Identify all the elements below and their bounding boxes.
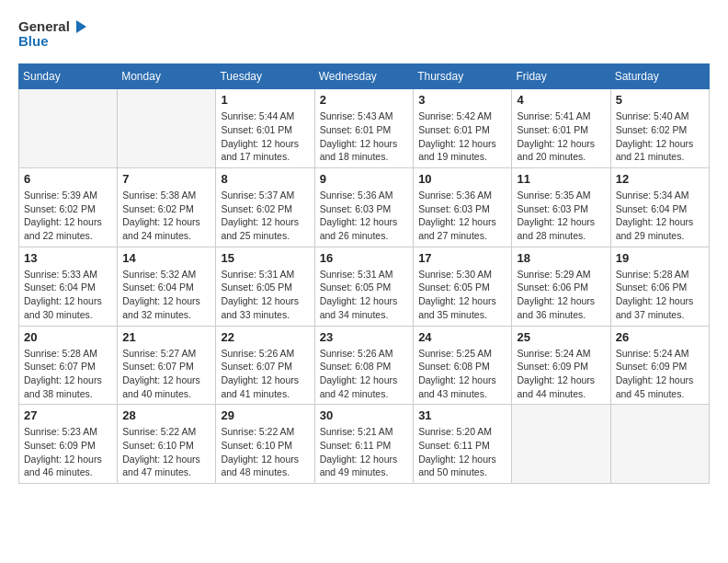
day-info: Sunrise: 5:21 AMSunset: 6:11 PMDaylight:… <box>320 425 408 479</box>
day-info: Sunrise: 5:34 AMSunset: 6:04 PMDaylight:… <box>616 189 704 243</box>
calendar-cell <box>610 405 709 484</box>
day-number: 11 <box>517 172 605 186</box>
day-info: Sunrise: 5:35 AMSunset: 6:03 PMDaylight:… <box>517 189 605 243</box>
calendar-week-2: 6Sunrise: 5:39 AMSunset: 6:02 PMDaylight… <box>19 168 710 247</box>
day-number: 19 <box>616 251 704 265</box>
day-number: 22 <box>221 330 309 344</box>
day-number: 21 <box>122 330 210 344</box>
calendar-cell: 20Sunrise: 5:28 AMSunset: 6:07 PMDayligh… <box>19 326 118 405</box>
day-number: 27 <box>24 408 112 422</box>
calendar-header-row: SundayMondayTuesdayWednesdayThursdayFrid… <box>19 64 710 89</box>
day-number: 5 <box>616 93 704 107</box>
day-number: 28 <box>122 408 210 422</box>
logo: General Blue <box>18 18 88 49</box>
day-info: Sunrise: 5:24 AMSunset: 6:09 PMDaylight:… <box>517 347 605 401</box>
day-info: Sunrise: 5:23 AMSunset: 6:09 PMDaylight:… <box>24 425 112 479</box>
day-info: Sunrise: 5:36 AMSunset: 6:03 PMDaylight:… <box>418 189 506 243</box>
column-header-wednesday: Wednesday <box>314 64 413 89</box>
calendar-cell: 21Sunrise: 5:27 AMSunset: 6:07 PMDayligh… <box>118 326 216 405</box>
calendar-cell: 12Sunrise: 5:34 AMSunset: 6:04 PMDayligh… <box>610 168 709 247</box>
day-number: 2 <box>320 93 408 107</box>
calendar-cell: 30Sunrise: 5:21 AMSunset: 6:11 PMDayligh… <box>314 405 413 484</box>
day-info: Sunrise: 5:36 AMSunset: 6:03 PMDaylight:… <box>320 189 408 243</box>
calendar-cell: 8Sunrise: 5:37 AMSunset: 6:02 PMDaylight… <box>216 168 314 247</box>
day-number: 4 <box>517 93 605 107</box>
day-info: Sunrise: 5:24 AMSunset: 6:09 PMDaylight:… <box>616 347 704 401</box>
day-info: Sunrise: 5:28 AMSunset: 6:07 PMDaylight:… <box>24 347 112 401</box>
day-number: 23 <box>320 330 408 344</box>
day-number: 7 <box>122 172 210 186</box>
day-info: Sunrise: 5:33 AMSunset: 6:04 PMDaylight:… <box>24 268 112 322</box>
day-number: 3 <box>418 93 506 107</box>
day-number: 30 <box>320 408 408 422</box>
day-info: Sunrise: 5:31 AMSunset: 6:05 PMDaylight:… <box>221 268 309 322</box>
calendar-cell: 26Sunrise: 5:24 AMSunset: 6:09 PMDayligh… <box>610 326 709 405</box>
day-number: 17 <box>418 251 506 265</box>
day-number: 20 <box>24 330 112 344</box>
calendar-cell: 10Sunrise: 5:36 AMSunset: 6:03 PMDayligh… <box>414 168 512 247</box>
logo-text-blue: Blue <box>18 33 88 49</box>
day-info: Sunrise: 5:20 AMSunset: 6:11 PMDaylight:… <box>418 425 506 479</box>
calendar-week-1: 1Sunrise: 5:44 AMSunset: 6:01 PMDaylight… <box>19 89 710 168</box>
day-number: 14 <box>122 251 210 265</box>
calendar-cell: 15Sunrise: 5:31 AMSunset: 6:05 PMDayligh… <box>216 247 314 326</box>
day-info: Sunrise: 5:27 AMSunset: 6:07 PMDaylight:… <box>122 347 210 401</box>
calendar-cell <box>19 89 118 168</box>
day-info: Sunrise: 5:40 AMSunset: 6:02 PMDaylight:… <box>616 109 704 164</box>
day-number: 24 <box>418 330 506 344</box>
day-number: 6 <box>24 172 112 186</box>
calendar-cell: 11Sunrise: 5:35 AMSunset: 6:03 PMDayligh… <box>512 168 610 247</box>
day-info: Sunrise: 5:30 AMSunset: 6:05 PMDaylight:… <box>418 268 506 322</box>
calendar-cell: 16Sunrise: 5:31 AMSunset: 6:05 PMDayligh… <box>314 247 413 326</box>
calendar-cell: 27Sunrise: 5:23 AMSunset: 6:09 PMDayligh… <box>19 405 118 484</box>
day-number: 16 <box>320 251 408 265</box>
calendar-cell: 2Sunrise: 5:43 AMSunset: 6:01 PMDaylight… <box>314 89 413 168</box>
logo-container: General Blue <box>18 18 88 49</box>
day-number: 31 <box>418 408 506 422</box>
day-info: Sunrise: 5:38 AMSunset: 6:02 PMDaylight:… <box>122 189 210 243</box>
column-header-tuesday: Tuesday <box>216 64 314 89</box>
day-info: Sunrise: 5:31 AMSunset: 6:05 PMDaylight:… <box>320 268 408 322</box>
day-number: 15 <box>221 251 309 265</box>
calendar-cell: 13Sunrise: 5:33 AMSunset: 6:04 PMDayligh… <box>19 247 118 326</box>
calendar-cell: 31Sunrise: 5:20 AMSunset: 6:11 PMDayligh… <box>414 405 512 484</box>
day-number: 12 <box>616 172 704 186</box>
calendar-cell: 3Sunrise: 5:42 AMSunset: 6:01 PMDaylight… <box>414 89 512 168</box>
day-info: Sunrise: 5:22 AMSunset: 6:10 PMDaylight:… <box>221 425 309 479</box>
calendar-cell: 28Sunrise: 5:22 AMSunset: 6:10 PMDayligh… <box>118 405 216 484</box>
calendar-cell: 22Sunrise: 5:26 AMSunset: 6:07 PMDayligh… <box>216 326 314 405</box>
calendar-cell: 29Sunrise: 5:22 AMSunset: 6:10 PMDayligh… <box>216 405 314 484</box>
column-header-thursday: Thursday <box>414 64 512 89</box>
day-info: Sunrise: 5:29 AMSunset: 6:06 PMDaylight:… <box>517 268 605 322</box>
calendar-cell: 19Sunrise: 5:28 AMSunset: 6:06 PMDayligh… <box>610 247 709 326</box>
day-number: 26 <box>616 330 704 344</box>
day-info: Sunrise: 5:25 AMSunset: 6:08 PMDaylight:… <box>418 347 506 401</box>
calendar-cell <box>512 405 610 484</box>
svg-marker-0 <box>76 20 86 33</box>
calendar-cell: 14Sunrise: 5:32 AMSunset: 6:04 PMDayligh… <box>118 247 216 326</box>
day-number: 1 <box>221 93 309 107</box>
day-info: Sunrise: 5:28 AMSunset: 6:06 PMDaylight:… <box>616 268 704 322</box>
calendar-table: SundayMondayTuesdayWednesdayThursdayFrid… <box>18 63 710 484</box>
calendar-cell: 4Sunrise: 5:41 AMSunset: 6:01 PMDaylight… <box>512 89 610 168</box>
calendar-cell: 18Sunrise: 5:29 AMSunset: 6:06 PMDayligh… <box>512 247 610 326</box>
day-info: Sunrise: 5:39 AMSunset: 6:02 PMDaylight:… <box>24 189 112 243</box>
day-number: 8 <box>221 172 309 186</box>
calendar-cell: 25Sunrise: 5:24 AMSunset: 6:09 PMDayligh… <box>512 326 610 405</box>
day-info: Sunrise: 5:26 AMSunset: 6:07 PMDaylight:… <box>221 347 309 401</box>
calendar-cell: 5Sunrise: 5:40 AMSunset: 6:02 PMDaylight… <box>610 89 709 168</box>
day-info: Sunrise: 5:22 AMSunset: 6:10 PMDaylight:… <box>122 425 210 479</box>
page-header: General Blue <box>18 18 710 49</box>
calendar-cell <box>118 89 216 168</box>
day-info: Sunrise: 5:43 AMSunset: 6:01 PMDaylight:… <box>320 109 408 164</box>
calendar-week-4: 20Sunrise: 5:28 AMSunset: 6:07 PMDayligh… <box>19 326 710 405</box>
calendar-cell: 1Sunrise: 5:44 AMSunset: 6:01 PMDaylight… <box>216 89 314 168</box>
calendar-cell: 17Sunrise: 5:30 AMSunset: 6:05 PMDayligh… <box>414 247 512 326</box>
calendar-cell: 9Sunrise: 5:36 AMSunset: 6:03 PMDaylight… <box>314 168 413 247</box>
column-header-sunday: Sunday <box>19 64 118 89</box>
column-header-monday: Monday <box>118 64 216 89</box>
day-number: 18 <box>517 251 605 265</box>
calendar-week-5: 27Sunrise: 5:23 AMSunset: 6:09 PMDayligh… <box>19 405 710 484</box>
day-info: Sunrise: 5:42 AMSunset: 6:01 PMDaylight:… <box>418 109 506 164</box>
calendar-cell: 6Sunrise: 5:39 AMSunset: 6:02 PMDaylight… <box>19 168 118 247</box>
